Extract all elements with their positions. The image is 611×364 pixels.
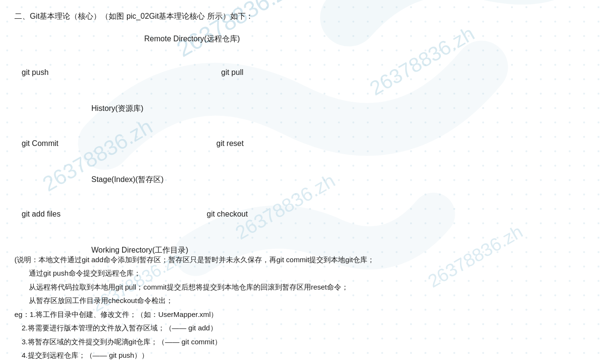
git-add-label: git add files — [22, 207, 61, 221]
git-diagram: Remote Directory(远程仓库) git push git pull… — [14, 27, 597, 248]
git-push-label: git push — [22, 66, 49, 80]
git-commit-label: git Commit — [22, 137, 58, 151]
explanation-line3: 从暂存区放回工作目录用checkout命令检出； — [29, 294, 597, 308]
history-label: History(资源库) — [91, 102, 143, 116]
header-text: 二、Git基本理论（核心）（如图 pic_02Git基本理论核心 所示）如下： — [14, 12, 253, 20]
working-dir-label: Working Directory(工作目录) — [91, 243, 188, 257]
explanation-intro: (说明：本地文件通过git add命令添加到暂存区；暂存区只是暂时并未永久保存，… — [14, 255, 374, 264]
explanation-line2: 从远程将代码拉取到本地用git pull；commit提交后想将提交到本地仓库的… — [29, 280, 597, 294]
git-reset-label: git reset — [216, 137, 244, 151]
explanation-eg3: 3.将暂存区域的文件提交到办呢滴git仓库；（—— git commit） — [22, 335, 597, 349]
explanation-eg1: eg：1.将工作目录中创建、修改文件；（如：UserMapper.xml） — [14, 308, 597, 322]
explanation-line1: 通过git push命令提交到远程仓库； — [29, 267, 597, 280]
explanation-eg2: 2.将需要进行版本管理的文件放入暂存区域；（—— git add） — [22, 321, 597, 335]
explanation-eg4: 4.提交到远程仓库；（—— git push）） — [22, 349, 597, 363]
main-content: 二、Git基本理论（核心）（如图 pic_02Git基本理论核心 所示）如下： … — [0, 0, 611, 364]
remote-dir-label: Remote Directory(远程仓库) — [144, 32, 240, 46]
explanation-block: (说明：本地文件通过git add命令添加到暂存区；暂存区只是暂时并未永久保存，… — [14, 253, 597, 363]
stage-label: Stage(Index)(暂存区) — [91, 173, 163, 187]
git-pull-label: git pull — [221, 66, 243, 80]
git-checkout-label: git checkout — [207, 207, 248, 221]
section-header: 二、Git基本理论（核心）（如图 pic_02Git基本理论核心 所示）如下： — [14, 10, 597, 24]
